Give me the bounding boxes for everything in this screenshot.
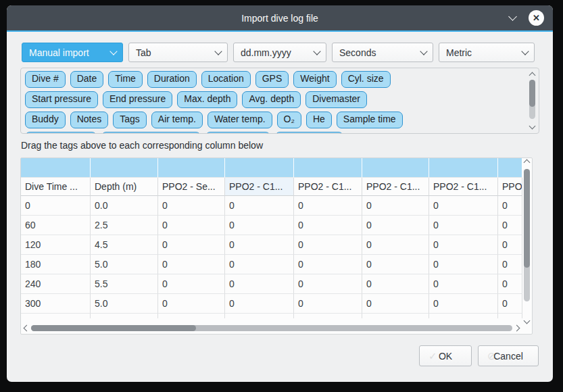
shade-button[interactable]: [507, 13, 518, 22]
close-icon: ✕: [533, 14, 540, 22]
table-horizontal-scrollbar[interactable]: [21, 322, 522, 333]
tag-sample-depth[interactable]: Sample depth: [25, 132, 97, 133]
drop-target-cell[interactable]: [158, 158, 225, 178]
tag-sample-po[interactable]: Sample pO₂: [205, 132, 270, 133]
combo-seconds[interactable]: Seconds: [332, 43, 433, 62]
tag-end-pressure[interactable]: End pressure: [103, 91, 172, 108]
chevron-down-icon: [508, 12, 517, 21]
drop-target-cell[interactable]: [498, 158, 522, 178]
table-cell: 0.0: [91, 196, 158, 216]
tag-row: Sample depthSample temperatureSample pO₂…: [25, 132, 524, 133]
drop-target-cell[interactable]: [91, 158, 158, 178]
table-cell: 0: [225, 294, 294, 314]
tags-vertical-scrollbar[interactable]: [527, 70, 537, 131]
tag-row: Dive #DateTimeDurationLocationGPSWeightC…: [25, 71, 524, 88]
table-cell: 0: [362, 294, 429, 314]
table-cell: 0: [294, 235, 362, 255]
table-grid: Dive Time ...Depth (m)PPO2 - Se...PPO2 -…: [21, 158, 522, 323]
ok-button-label: OK: [439, 351, 452, 362]
column-header-depth-m[interactable]: Depth (m): [91, 178, 158, 196]
cancel-button-label: Cancel: [493, 351, 523, 362]
table-cell: 0: [429, 196, 498, 216]
scroll-right-icon[interactable]: [514, 325, 520, 332]
chevron-down-icon: [521, 47, 529, 55]
table-cell: [294, 314, 362, 318]
table-cell: 60: [21, 216, 91, 235]
table-cell: 0: [158, 274, 225, 294]
combo-dd-mm-yyyy[interactable]: dd.mm.yyyy: [233, 43, 326, 62]
tag-sample-temperature[interactable]: Sample temperature: [101, 132, 201, 133]
scroll-down-icon[interactable]: [524, 318, 531, 324]
tag-tags[interactable]: Tags: [113, 112, 147, 128]
table-cell: 0: [498, 294, 522, 314]
table-cell: [498, 314, 522, 318]
tag-avg-depth[interactable]: Avg. depth: [242, 91, 301, 108]
table-cell: 4.5: [91, 235, 158, 255]
column-header-dive-time[interactable]: Dive Time ...: [21, 178, 91, 196]
chevron-down-icon: [109, 47, 117, 55]
column-header-ppo2[interactable]: PPO2: [498, 178, 522, 196]
tag-water-temp[interactable]: Water temp.: [207, 112, 272, 128]
drop-target-cell[interactable]: [225, 158, 294, 178]
table-row: 2405.5000000: [21, 274, 522, 294]
drop-target-cell[interactable]: [429, 158, 498, 178]
tag-he[interactable]: He: [306, 112, 332, 128]
tag-location[interactable]: Location: [201, 71, 251, 88]
combo-manual-import[interactable]: Manual import: [22, 43, 123, 62]
table-cell: 5.0: [91, 255, 158, 274]
combo-value: dd.mm.yyyy: [241, 47, 291, 58]
table-cell: 0: [294, 294, 362, 314]
combo-value: Tab: [136, 47, 151, 58]
table-cell: [225, 314, 294, 318]
tag-sample-cns[interactable]: Sample CNS: [275, 132, 343, 133]
column-header-ppo2-c1[interactable]: PPO2 - C1...: [429, 178, 498, 196]
import-dialog-window: Import dive log file ✕ Manual importTabd…: [7, 5, 553, 382]
tag-start-pressure[interactable]: Start pressure: [25, 91, 98, 108]
tag-o[interactable]: O₂: [277, 112, 301, 128]
column-header-ppo2-c1[interactable]: PPO2 - C1...: [225, 178, 294, 196]
tag-time[interactable]: Time: [108, 71, 143, 88]
scroll-up-icon[interactable]: [524, 160, 531, 166]
tag-weight[interactable]: Weight: [293, 71, 336, 88]
tag-max-depth[interactable]: Max. depth: [177, 91, 237, 108]
tag-gps[interactable]: GPS: [255, 71, 289, 88]
close-button[interactable]: ✕: [529, 10, 544, 26]
tag-date[interactable]: Date: [70, 71, 104, 88]
column-header-ppo2-c1[interactable]: PPO2 - C1...: [294, 178, 362, 196]
scroll-up-icon[interactable]: [529, 72, 536, 79]
scroll-down-icon[interactable]: [529, 123, 536, 130]
tag-notes[interactable]: Notes: [70, 112, 109, 128]
drop-target-cell[interactable]: [21, 158, 91, 178]
drop-target-row: [21, 158, 522, 178]
tag-cyl-size[interactable]: Cyl. size: [341, 71, 391, 88]
tag-row: Start pressureEnd pressureMax. depthAvg.…: [25, 91, 524, 108]
scrollbar-thumb[interactable]: [31, 325, 196, 331]
tag-divemaster[interactable]: Divemaster: [305, 91, 367, 108]
titlebar[interactable]: Import dive log file ✕: [7, 5, 553, 32]
tag-duration[interactable]: Duration: [147, 71, 197, 88]
tag-row: BuddyNotesTagsAir temp.Water temp.O₂HeSa…: [25, 112, 524, 128]
tag-air-temp[interactable]: Air temp.: [151, 112, 203, 128]
scrollbar-thumb[interactable]: [524, 169, 530, 268]
cancel-button[interactable]: ⊘ Cancel: [478, 345, 539, 366]
scrollbar-thumb[interactable]: [529, 80, 535, 107]
table-row: 1805.0000000: [21, 255, 522, 274]
column-header-ppo2-c1[interactable]: PPO2 - C1...: [362, 178, 429, 196]
scroll-left-icon[interactable]: [24, 325, 30, 332]
drop-target-cell[interactable]: [362, 158, 429, 178]
table-cell: 0: [362, 196, 429, 216]
tag-buddy[interactable]: Buddy: [25, 112, 66, 128]
table-row: 3005.0000000: [21, 294, 522, 314]
ok-button[interactable]: ✓ OK: [419, 345, 472, 366]
tag-sample-time[interactable]: Sample time: [337, 112, 403, 128]
drop-target-cell[interactable]: [294, 158, 362, 178]
table-cell: 0: [362, 274, 429, 294]
check-icon: ✓: [429, 350, 437, 362]
table-cell: [21, 314, 91, 318]
column-header-ppo2-se[interactable]: PPO2 - Se...: [158, 178, 225, 196]
combo-metric[interactable]: Metric: [439, 43, 535, 62]
tag-dive[interactable]: Dive #: [25, 71, 66, 88]
combo-tab[interactable]: Tab: [128, 43, 228, 62]
table-vertical-scrollbar[interactable]: [522, 158, 532, 324]
table-cell: 0: [294, 274, 362, 294]
